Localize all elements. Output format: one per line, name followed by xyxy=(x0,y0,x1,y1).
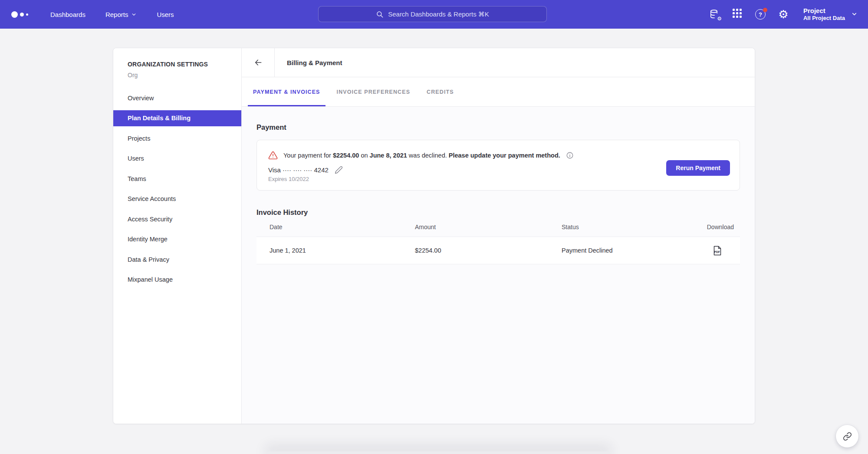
column-header-amount: Amount xyxy=(415,224,562,230)
project-selector[interactable]: Project All Project Data xyxy=(803,7,858,22)
nav-item-label: Dashboards xyxy=(50,11,85,18)
logo-dot xyxy=(26,13,28,16)
sidebar-item-access-security[interactable]: Access Security xyxy=(113,211,241,227)
chevron-down-icon xyxy=(131,12,137,17)
card-number: Visa ···· ···· ···· 4242 xyxy=(268,166,329,174)
logo-dot xyxy=(11,11,18,18)
data-management-icon[interactable]: ⚙ xyxy=(709,9,720,20)
pdf-file-icon: PDF xyxy=(713,246,722,256)
info-icon[interactable] xyxy=(566,151,574,159)
nav-item-label: Reports xyxy=(105,11,128,18)
help-icon[interactable]: ? xyxy=(755,9,766,20)
invoice-table: Date Amount Status Download June 1, 2021… xyxy=(256,217,740,264)
invoice-date: June 1, 2021 xyxy=(270,247,415,254)
alert-prefix: Your payment for xyxy=(283,152,333,159)
alert-amount: $2254.00 xyxy=(333,152,359,159)
search-placeholder: Search Dashboards & Reports ⌘K xyxy=(388,10,489,18)
settings-main: Billing & Payment PAYMENT & INVOICES INV… xyxy=(242,48,755,424)
settings-gear-icon[interactable]: ⚙ xyxy=(778,9,789,20)
sidebar-items: Overview Plan Details & Billing Projects… xyxy=(113,90,241,288)
column-header-download: Download xyxy=(707,224,734,230)
org-name: Org xyxy=(128,72,241,79)
apps-grid-icon[interactable] xyxy=(732,9,743,20)
copy-link-button[interactable] xyxy=(836,425,858,447)
page-header: Billing & Payment xyxy=(242,48,755,77)
nav-links: Dashboards Reports Users xyxy=(50,11,174,18)
navbar-right: ⚙ ? ⚙ Project All Project Data xyxy=(709,0,858,29)
notification-badge xyxy=(763,8,767,12)
tab-payment-invoices[interactable]: PAYMENT & INVOICES xyxy=(248,77,326,106)
alert-action: Please update your payment method. xyxy=(449,152,560,159)
download-pdf-button[interactable]: PDF xyxy=(713,246,734,256)
alert-mid: on xyxy=(359,152,369,159)
link-icon xyxy=(843,432,852,441)
payment-alert-text: Your payment for $2254.00 on June 8, 202… xyxy=(283,152,560,159)
sidebar-item-users[interactable]: Users xyxy=(113,151,241,167)
back-button[interactable] xyxy=(242,48,275,77)
card-expiry: Expires 10/2022 xyxy=(268,176,728,182)
nav-item-reports[interactable]: Reports xyxy=(105,11,137,18)
nav-item-dashboards[interactable]: Dashboards xyxy=(50,11,85,18)
payment-card: Your payment for $2254.00 on June 8, 202… xyxy=(256,140,740,191)
mixpanel-logo[interactable] xyxy=(11,11,29,18)
sidebar-item-mixpanel-usage[interactable]: Mixpanel Usage xyxy=(113,272,241,288)
svg-text:PDF: PDF xyxy=(714,250,720,253)
alert-date: June 8, 2021 xyxy=(370,152,407,159)
payment-heading: Payment xyxy=(256,123,740,132)
edit-pencil-icon[interactable] xyxy=(335,166,343,174)
invoice-amount: $2254.00 xyxy=(415,247,562,254)
search-input[interactable]: Search Dashboards & Reports ⌘K xyxy=(318,6,547,22)
column-header-status: Status xyxy=(562,224,686,230)
project-selector-value: All Project Data xyxy=(803,15,845,21)
page-title: Billing & Payment xyxy=(275,48,342,77)
chevron-down-icon xyxy=(851,11,858,17)
tab-credits[interactable]: CREDITS xyxy=(421,77,459,106)
sidebar-item-overview[interactable]: Overview xyxy=(113,90,241,106)
logo-dot xyxy=(20,13,24,16)
sidebar-title: ORGANIZATION SETTINGS xyxy=(128,61,241,68)
tab-bar: PAYMENT & INVOICES INVOICE PREFERENCES C… xyxy=(242,77,755,107)
sidebar-item-teams[interactable]: Teams xyxy=(113,171,241,187)
project-selector-label: Project xyxy=(803,7,845,15)
settings-panel: ORGANIZATION SETTINGS Org Overview Plan … xyxy=(113,48,755,424)
payment-alert: Your payment for $2254.00 on June 8, 202… xyxy=(268,151,728,160)
sidebar-item-identity-merge[interactable]: Identity Merge xyxy=(113,231,241,247)
small-gear-icon: ⚙ xyxy=(717,16,722,21)
column-header-date: Date xyxy=(270,224,415,230)
invoice-history-heading: Invoice History xyxy=(256,208,740,217)
nav-item-users[interactable]: Users xyxy=(157,11,174,18)
search-icon xyxy=(376,10,384,18)
card-info-row: Visa ···· ···· ···· 4242 xyxy=(268,166,728,174)
invoice-status: Payment Declined xyxy=(562,247,686,254)
tab-content: Payment Your payment for $2254.00 on Jun… xyxy=(242,107,755,424)
bottom-sheet-shadow xyxy=(265,451,612,454)
sidebar-item-service-accounts[interactable]: Service Accounts xyxy=(113,191,241,207)
sidebar-item-data-privacy[interactable]: Data & Privacy xyxy=(113,251,241,267)
nav-item-label: Users xyxy=(157,11,174,18)
sidebar-item-plan-details-billing[interactable]: Plan Details & Billing xyxy=(113,110,241,126)
top-navbar: Dashboards Reports Users Search Dashboar… xyxy=(0,0,868,29)
arrow-left-icon xyxy=(254,58,263,67)
invoice-table-header: Date Amount Status Download xyxy=(256,217,740,237)
tab-invoice-preferences[interactable]: INVOICE PREFERENCES xyxy=(332,77,416,106)
warning-triangle-icon xyxy=(268,151,278,160)
invoice-row: June 1, 2021 $2254.00 Payment Declined P… xyxy=(256,237,740,264)
sidebar-item-projects[interactable]: Projects xyxy=(113,130,241,146)
rerun-payment-button[interactable]: Rerun Payment xyxy=(666,160,730,176)
alert-suffix: was declined. xyxy=(407,152,449,159)
settings-sidebar: ORGANIZATION SETTINGS Org Overview Plan … xyxy=(113,48,242,424)
